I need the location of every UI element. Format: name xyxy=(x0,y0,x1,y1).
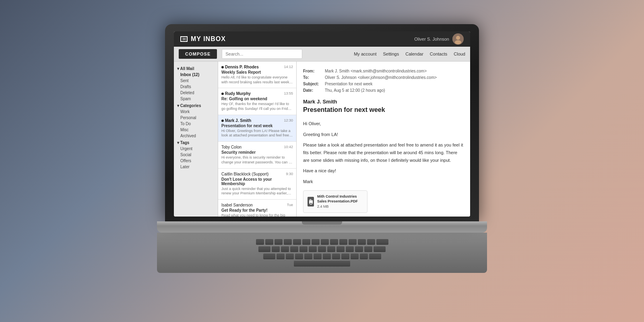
categories-section[interactable]: ▾ Categories xyxy=(174,102,218,109)
date-value: Thu, Aug 5 at 12:00 (2 hours ago) xyxy=(325,87,385,94)
sidebar: ▾ All Mail Inbox (12) Sent Drafts Delete… xyxy=(174,62,218,217)
key xyxy=(312,239,320,245)
from-value: Mark J. Smith <mark.smith@smithcontrolin… xyxy=(325,68,427,74)
key xyxy=(290,246,298,252)
meta-subject: Subject: Presentation for next week xyxy=(303,81,464,87)
key xyxy=(277,254,285,259)
key xyxy=(327,246,335,252)
date-label: Date: xyxy=(303,87,323,94)
key xyxy=(286,254,294,259)
key xyxy=(275,239,283,245)
email-detail: From: Mark J. Smith <mark.smith@smithcon… xyxy=(297,62,470,217)
key xyxy=(374,246,386,252)
nav-contacts[interactable]: Contacts xyxy=(430,52,447,56)
key xyxy=(351,254,359,259)
email-list-item[interactable]: Caitlin Blacklock (Support) 9:30 Don't L… xyxy=(218,169,296,200)
avatar-image xyxy=(452,33,464,45)
sidebar-item-social[interactable]: Social xyxy=(174,152,218,158)
sidebar-item-offers[interactable]: Offers xyxy=(174,158,218,164)
key xyxy=(341,254,349,259)
sidebar-item-work[interactable]: Work xyxy=(174,109,218,115)
attachment-size: 2.4 MB xyxy=(317,204,363,209)
header-right: Oliver S. Johnson xyxy=(414,33,464,45)
key xyxy=(302,239,310,245)
sidebar-item-todo[interactable]: To Do xyxy=(174,121,218,127)
key xyxy=(330,239,338,245)
sidebar-item-later[interactable]: Later xyxy=(174,164,218,170)
key xyxy=(376,239,388,245)
email-list-item[interactable]: Toby Colon 10:42 Security reminder Hi ev… xyxy=(218,142,296,168)
nav-cloud[interactable]: Cloud xyxy=(454,52,465,56)
sidebar-item-personal[interactable]: Personal xyxy=(174,115,218,121)
subject-value: Presentation for next week xyxy=(325,81,372,87)
email-app: ✉ MY INBOX Oliver S. Johnson xyxy=(174,31,470,217)
key xyxy=(256,239,264,245)
sidebar-item-urgent[interactable]: Urgent xyxy=(174,146,218,152)
meta-date: Date: Thu, Aug 5 at 12:00 (2 hours ago) xyxy=(303,87,464,94)
svg-point-1 xyxy=(456,36,460,40)
attachment-icon xyxy=(308,197,314,206)
sidebar-item-inbox[interactable]: Inbox (12) xyxy=(174,72,218,78)
screen-content: ✉ MY INBOX Oliver S. Johnson xyxy=(174,31,470,217)
key xyxy=(321,239,329,245)
sidebar-item-misc[interactable]: Misc xyxy=(174,127,218,133)
keyboard-row-3 xyxy=(263,254,381,259)
email-list-item[interactable]: Dennis P. Rhodes 14:12 Weekly Sales Repo… xyxy=(218,62,296,88)
spacebar-key xyxy=(294,261,350,266)
toolbar: COMPOSE My account Settings Calendar Con… xyxy=(174,47,470,62)
laptop-keyboard xyxy=(157,233,487,273)
body-line2: Please take a look at attached presentat… xyxy=(303,141,464,164)
app-header: ✉ MY INBOX Oliver S. Johnson xyxy=(174,31,470,47)
nav-calendar[interactable]: Calendar xyxy=(405,52,423,56)
key xyxy=(314,254,322,259)
email-body: ▾ All Mail Inbox (12) Sent Drafts Delete… xyxy=(174,62,470,217)
key xyxy=(360,254,368,259)
key xyxy=(293,239,301,245)
detail-sender: Mark J. Smith xyxy=(303,99,464,105)
user-avatar xyxy=(452,33,464,45)
detail-body: Hi Oliver, Greeting from LA! Please take… xyxy=(303,120,464,213)
key xyxy=(281,246,289,252)
sidebar-item-drafts[interactable]: Drafts xyxy=(174,84,218,90)
laptop-container: ✉ MY INBOX Oliver S. Johnson xyxy=(165,24,479,298)
email-list-item[interactable]: Rudy Murphy 13:55 Re: Golfing on weekend… xyxy=(218,88,296,115)
attachment-name: Mith Control Industries Sales Presentati… xyxy=(317,194,363,204)
body-closing1: Have a nice day! xyxy=(303,167,464,175)
key xyxy=(263,254,275,259)
from-label: From: xyxy=(303,68,323,74)
all-mail-section[interactable]: ▾ All Mail xyxy=(174,65,218,72)
key xyxy=(304,254,312,259)
sidebar-item-archived[interactable]: Archived xyxy=(174,133,218,139)
nav-links: My account Settings Calendar Contacts Cl… xyxy=(354,52,465,56)
to-label: To: xyxy=(303,74,323,81)
laptop-screen: ✉ MY INBOX Oliver S. Johnson xyxy=(165,24,479,221)
body-closing2: Mark xyxy=(303,178,464,186)
key xyxy=(309,246,317,252)
search-input[interactable] xyxy=(222,49,302,59)
user-name: Oliver S. Johnson xyxy=(414,37,449,41)
compose-button[interactable]: COMPOSE xyxy=(179,49,217,59)
app-title: MY INBOX xyxy=(191,35,226,43)
svg-point-2 xyxy=(455,40,461,44)
nav-settings[interactable]: Settings xyxy=(383,52,399,56)
sidebar-item-spam[interactable]: Spam xyxy=(174,96,218,102)
header-left: ✉ MY INBOX xyxy=(180,35,226,43)
key xyxy=(364,246,372,252)
attachment[interactable]: Mith Control Industries Sales Presentati… xyxy=(303,190,367,213)
key xyxy=(369,254,381,259)
laptop-base xyxy=(157,221,487,233)
key xyxy=(272,246,280,252)
tags-section[interactable]: ▾ Tags xyxy=(174,139,218,146)
key xyxy=(284,239,292,245)
sidebar-item-deleted[interactable]: Deleted xyxy=(174,90,218,96)
key xyxy=(346,246,354,252)
sidebar-item-sent[interactable]: Sent xyxy=(174,78,218,84)
mail-icon: ✉ xyxy=(180,36,188,42)
key xyxy=(349,239,357,245)
meta-to: To: Oliver S. Johnson <oliver.johnson@mi… xyxy=(303,74,464,81)
nav-my-account[interactable]: My account xyxy=(354,52,376,56)
email-list-item[interactable]: Isabel Sanderson Tue Get Ready for the P… xyxy=(218,200,296,217)
key xyxy=(318,246,326,252)
email-list-item[interactable]: Mark J. Smith 12:30 Presentation for nex… xyxy=(218,115,296,142)
body-line1: Greeting from LA! xyxy=(303,131,464,138)
